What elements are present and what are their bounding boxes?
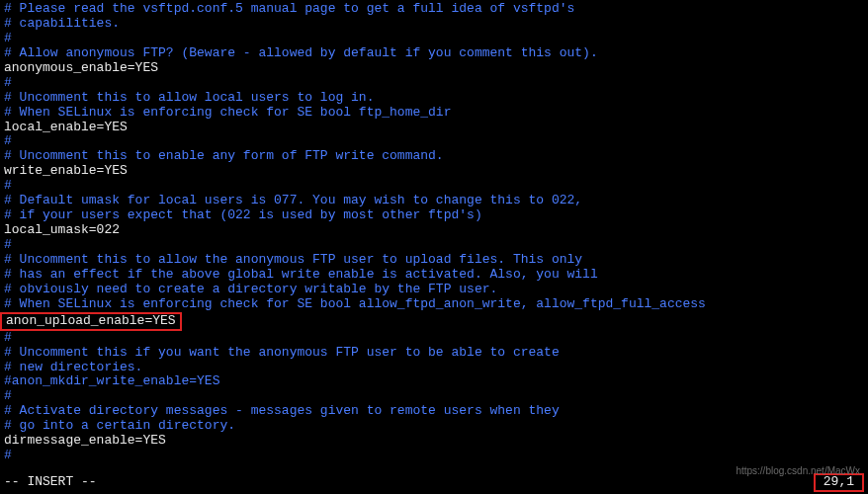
config-line: anonymous_enable=YES <box>4 61 864 76</box>
config-line: # if your users expect that (022 is used… <box>4 208 864 223</box>
config-line: # Uncomment this to allow local users to… <box>4 91 864 106</box>
config-line: local_umask=022 <box>4 223 864 238</box>
watermark-text: https://blog.csdn.net/MacWx <box>736 465 860 477</box>
config-line: # new directories. <box>4 361 864 375</box>
vim-mode-indicator: -- INSERT -- <box>4 475 97 490</box>
config-line: # go into a certain directory. <box>4 419 864 434</box>
config-line: # has an effect if the above global writ… <box>4 268 864 283</box>
config-line: dirmessage_enable=YES <box>4 434 864 449</box>
config-line: #anon_mkdir_write_enable=YES <box>4 374 864 389</box>
config-line: # Activate directory messages - messages… <box>4 404 864 419</box>
config-line: # <box>4 179 864 194</box>
config-line: # When SELinux is enforcing check for SE… <box>4 297 864 312</box>
config-line: # <box>4 32 864 46</box>
config-line: local_enable=YES <box>4 121 864 135</box>
config-line: # Allow anonymous FTP? (Beware - allowed… <box>4 46 864 61</box>
config-line: # <box>4 331 864 346</box>
config-line: # Please read the vsftpd.conf.5 manual p… <box>4 2 864 17</box>
config-line: # <box>4 389 864 404</box>
config-line: # When SELinux is enforcing check for SE… <box>4 106 864 121</box>
config-line: anon_upload_enable=YES <box>4 312 864 331</box>
config-line: # <box>4 238 864 253</box>
config-line: # Default umask for local users is 077. … <box>4 194 864 208</box>
config-line: # <box>4 449 864 463</box>
editor-content[interactable]: # Please read the vsftpd.conf.5 manual p… <box>4 2 864 463</box>
config-line: # capabilities. <box>4 17 864 32</box>
config-line: # Uncomment this to enable any form of F… <box>4 149 864 164</box>
highlighted-setting: anon_upload_enable=YES <box>0 312 182 331</box>
config-line: # Uncomment this to allow the anonymous … <box>4 253 864 268</box>
config-line: # <box>4 76 864 91</box>
config-line: # Uncomment this if you want the anonymo… <box>4 346 864 361</box>
config-line: # obviously need to create a directory w… <box>4 283 864 297</box>
config-line: # <box>4 134 864 149</box>
config-line: write_enable=YES <box>4 164 864 179</box>
